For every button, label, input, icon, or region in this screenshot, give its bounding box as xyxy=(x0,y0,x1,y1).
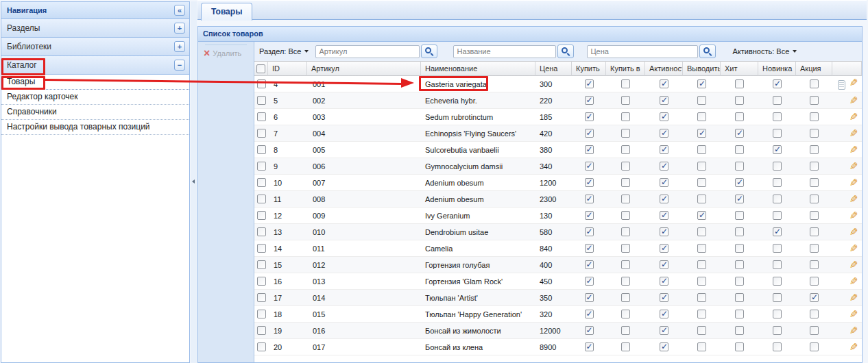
flag-checkbox[interactable] xyxy=(773,178,782,187)
row-select-checkbox[interactable] xyxy=(257,227,266,236)
flag-checkbox[interactable] xyxy=(660,260,668,269)
row-select-checkbox[interactable] xyxy=(257,244,266,253)
flag-checkbox[interactable] xyxy=(697,342,706,351)
column-header[interactable]: Активность xyxy=(645,61,683,76)
flag-checkbox[interactable] xyxy=(735,227,744,236)
accordion-section-0[interactable]: Разделы+ xyxy=(1,19,189,38)
flag-checkbox[interactable] xyxy=(585,293,594,302)
edit-pencil-icon[interactable]: ✎ xyxy=(849,112,858,122)
flag-checkbox[interactable] xyxy=(585,178,594,187)
flag-checkbox[interactable] xyxy=(585,96,594,105)
flag-checkbox[interactable] xyxy=(773,195,782,203)
flag-checkbox[interactable] xyxy=(660,96,668,105)
flag-checkbox[interactable] xyxy=(585,211,594,220)
flag-checkbox[interactable] xyxy=(660,129,668,138)
flag-checkbox[interactable] xyxy=(585,260,594,269)
select-all-header[interactable] xyxy=(254,61,268,76)
flag-checkbox[interactable] xyxy=(585,79,594,88)
flag-checkbox[interactable] xyxy=(735,244,744,253)
flag-checkbox[interactable] xyxy=(697,129,706,138)
table-row[interactable]: 19016Бонсай из жимолости12000✎ xyxy=(254,323,862,339)
table-row[interactable]: 5002Echeveria hybr.220✎ xyxy=(254,92,862,109)
flag-checkbox[interactable] xyxy=(585,326,594,335)
delete-button[interactable]: × Удалить xyxy=(204,49,251,58)
flag-checkbox[interactable] xyxy=(735,277,744,286)
column-header[interactable]: Артикул xyxy=(307,61,421,76)
flag-checkbox[interactable] xyxy=(660,112,668,121)
price-search-button[interactable] xyxy=(699,45,716,58)
edit-pencil-icon[interactable]: ✎ xyxy=(849,342,858,352)
flag-checkbox[interactable] xyxy=(735,129,744,138)
table-row[interactable]: 10007Adenium obesum1200✎ xyxy=(254,175,862,191)
table-row[interactable]: 18015Тюльпан 'Happy Generation'320✎ xyxy=(254,306,862,323)
flag-checkbox[interactable] xyxy=(621,178,630,187)
flag-checkbox[interactable] xyxy=(621,162,630,171)
flag-checkbox[interactable] xyxy=(660,195,668,203)
flag-checkbox[interactable] xyxy=(621,96,630,105)
row-select-checkbox[interactable] xyxy=(257,195,266,203)
flag-checkbox[interactable] xyxy=(810,195,819,203)
flag-checkbox[interactable] xyxy=(660,310,668,318)
row-select-checkbox[interactable] xyxy=(257,277,266,286)
flag-checkbox[interactable] xyxy=(585,195,594,203)
flag-checkbox[interactable] xyxy=(735,145,744,154)
table-row[interactable]: 14011Camelia840✎ xyxy=(254,240,862,257)
edit-pencil-icon[interactable]: ✎ xyxy=(849,260,858,270)
flag-checkbox[interactable] xyxy=(660,227,668,236)
flag-checkbox[interactable] xyxy=(697,244,706,253)
flag-checkbox[interactable] xyxy=(621,79,630,88)
flag-checkbox[interactable] xyxy=(810,310,819,318)
flag-checkbox[interactable] xyxy=(697,145,706,154)
flag-checkbox[interactable] xyxy=(735,96,744,105)
table-row[interactable]: 6003Sedum rubrotinctum185✎ xyxy=(254,109,862,125)
flag-checkbox[interactable] xyxy=(585,145,594,154)
flag-checkbox[interactable] xyxy=(773,162,782,171)
flag-checkbox[interactable] xyxy=(621,145,630,154)
table-row[interactable]: 17014Тюльпан 'Artist'350✎ xyxy=(254,290,862,306)
table-row[interactable]: 16013Гортензия 'Glam Rock'450✎ xyxy=(254,273,862,290)
flag-checkbox[interactable] xyxy=(773,227,782,236)
flag-checkbox[interactable] xyxy=(773,277,782,286)
flag-checkbox[interactable] xyxy=(697,162,706,171)
flag-checkbox[interactable] xyxy=(735,211,744,220)
flag-checkbox[interactable] xyxy=(810,162,819,171)
edit-pencil-icon[interactable]: ✎ xyxy=(849,195,858,204)
flag-checkbox[interactable] xyxy=(585,129,594,138)
sidebar-item[interactable]: Настройки вывода товарных позиций xyxy=(1,120,189,135)
flag-checkbox[interactable] xyxy=(810,178,819,187)
flag-checkbox[interactable] xyxy=(773,129,782,138)
flag-checkbox[interactable] xyxy=(810,96,819,105)
flag-checkbox[interactable] xyxy=(660,277,668,286)
edit-pencil-icon[interactable]: ✎ xyxy=(849,129,858,138)
flag-checkbox[interactable] xyxy=(621,195,630,203)
flag-checkbox[interactable] xyxy=(660,178,668,187)
accordion-section-2[interactable]: Каталог− xyxy=(1,56,189,75)
sidebar-item[interactable]: Справочники xyxy=(1,105,189,120)
flag-checkbox[interactable] xyxy=(621,244,630,253)
flag-checkbox[interactable] xyxy=(660,79,668,88)
flag-checkbox[interactable] xyxy=(621,310,630,318)
flag-checkbox[interactable] xyxy=(660,342,668,351)
flag-checkbox[interactable] xyxy=(697,195,706,203)
flag-checkbox[interactable] xyxy=(810,79,819,88)
flag-checkbox[interactable] xyxy=(697,326,706,335)
flag-checkbox[interactable] xyxy=(621,211,630,220)
row-select-checkbox[interactable] xyxy=(257,129,266,138)
name-search-input[interactable] xyxy=(453,45,556,58)
accordion-section-1[interactable]: Библиотеки+ xyxy=(1,38,189,56)
flag-checkbox[interactable] xyxy=(810,145,819,154)
flag-checkbox[interactable] xyxy=(660,244,668,253)
row-select-checkbox[interactable] xyxy=(257,79,266,88)
edit-pencil-icon[interactable]: ✎ xyxy=(849,227,858,237)
flag-checkbox[interactable] xyxy=(697,260,706,269)
edit-pencil-icon[interactable]: ✎ xyxy=(849,211,858,221)
flag-checkbox[interactable] xyxy=(735,310,744,318)
collapse-arrow-icon[interactable] xyxy=(192,179,195,184)
flag-checkbox[interactable] xyxy=(773,293,782,302)
flag-checkbox[interactable] xyxy=(621,342,630,351)
select-all-checkbox[interactable] xyxy=(256,64,265,73)
expand-icon[interactable]: + xyxy=(174,23,185,34)
table-row[interactable]: 13010Dendrobium usitae580✎ xyxy=(254,224,862,240)
table-row[interactable]: 7004Echinopsis 'Flying Saucers'420✎ xyxy=(254,125,862,142)
edit-pencil-icon[interactable]: ✎ xyxy=(849,326,858,336)
